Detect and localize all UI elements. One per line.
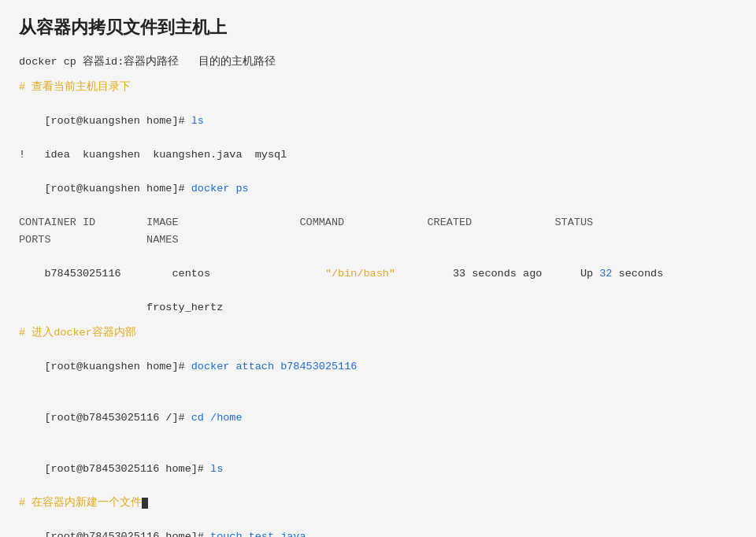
prompt-ls: [root@kuangshen home]# ls [19,95,737,146]
comment-ls: # 查看当前主机目录下 [19,79,737,96]
prompt-attach: [root@kuangshen home]# docker attach b78… [19,342,737,393]
prompt-touch: [root@b78453025116 home]# touch test.jav… [19,511,737,537]
prompt-cd-home: [root@b78453025116 /]# cd /home [19,392,737,443]
page-title: 从容器内拷贝文件到主机上 [19,16,737,39]
comment-new-file: # 在容器内新建一个文件 [19,494,737,512]
terminal-content: docker cp 容器id:容器内路径 目的的主机路径 # 查看当前主机目录下… [19,54,737,537]
ls-output: ! idea kuangshen kuangshen.java mysql [19,146,737,164]
prompt-ls-home: [root@b78453025116 home]# ls [19,443,737,494]
docker-cp-cmd: docker cp 容器id:容器内路径 目的的主机路径 [19,54,737,71]
table-header-2: PORTS NAMES [19,231,737,249]
prompt-docker-ps: [root@kuangshen home]# docker ps [19,164,737,215]
comment-enter: # 进入docker容器内部 [19,324,737,342]
table-row-1: b78453025116 centos "/bin/bash" 33 secon… [19,249,737,300]
table-row-1-names: frosty_hertz [19,299,737,317]
table-header-1: CONTAINER ID IMAGE COMMAND CREATED STATU… [19,214,737,231]
